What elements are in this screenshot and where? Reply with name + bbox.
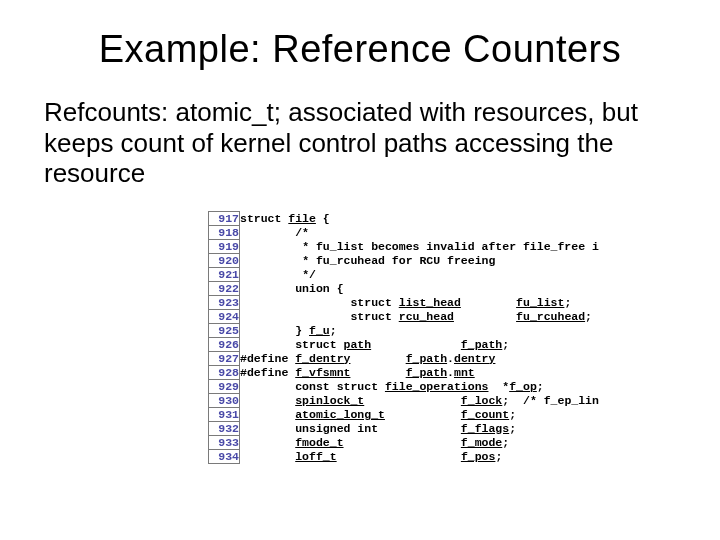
code-table: 917struct file {918 /*919 * fu_list beco… bbox=[208, 211, 600, 464]
code-content: #define f_dentry f_path.dentry bbox=[240, 352, 600, 366]
code-content: struct path f_path; bbox=[240, 338, 600, 352]
code-content: atomic_long_t f_count; bbox=[240, 408, 600, 422]
line-number: 931 bbox=[209, 408, 240, 422]
slide-body: Refcounts: atomic_t; associated with res… bbox=[44, 97, 676, 189]
line-number: 922 bbox=[209, 282, 240, 296]
code-content: struct file { bbox=[240, 212, 600, 226]
line-number: 934 bbox=[209, 450, 240, 464]
code-line: 927#define f_dentry f_path.dentry bbox=[209, 352, 600, 366]
code-line: 926 struct path f_path; bbox=[209, 338, 600, 352]
code-line: 929 const struct file_operations *f_op; bbox=[209, 380, 600, 394]
code-content: } f_u; bbox=[240, 324, 600, 338]
code-block: 917struct file {918 /*919 * fu_list beco… bbox=[208, 211, 720, 464]
code-content: spinlock_t f_lock; /* f_ep_lin bbox=[240, 394, 600, 408]
code-line: 923 struct list_head fu_list; bbox=[209, 296, 600, 310]
code-content: union { bbox=[240, 282, 600, 296]
code-content: unsigned int f_flags; bbox=[240, 422, 600, 436]
line-number: 924 bbox=[209, 310, 240, 324]
line-number: 932 bbox=[209, 422, 240, 436]
code-line: 925 } f_u; bbox=[209, 324, 600, 338]
line-number: 919 bbox=[209, 240, 240, 254]
line-number: 923 bbox=[209, 296, 240, 310]
line-number: 925 bbox=[209, 324, 240, 338]
slide-title: Example: Reference Counters bbox=[0, 28, 720, 71]
line-number: 930 bbox=[209, 394, 240, 408]
line-number: 927 bbox=[209, 352, 240, 366]
code-content: */ bbox=[240, 268, 600, 282]
code-content: * fu_rcuhead for RCU freeing bbox=[240, 254, 600, 268]
code-content: /* bbox=[240, 226, 600, 240]
code-content: fmode_t f_mode; bbox=[240, 436, 600, 450]
code-line: 931 atomic_long_t f_count; bbox=[209, 408, 600, 422]
code-content: struct rcu_head fu_rcuhead; bbox=[240, 310, 600, 324]
line-number: 921 bbox=[209, 268, 240, 282]
line-number: 926 bbox=[209, 338, 240, 352]
code-content: loff_t f_pos; bbox=[240, 450, 600, 464]
line-number: 928 bbox=[209, 366, 240, 380]
code-line: 920 * fu_rcuhead for RCU freeing bbox=[209, 254, 600, 268]
line-number: 929 bbox=[209, 380, 240, 394]
code-line: 922 union { bbox=[209, 282, 600, 296]
code-line: 928#define f_vfsmnt f_path.mnt bbox=[209, 366, 600, 380]
code-line: 917struct file { bbox=[209, 212, 600, 226]
code-line: 933 fmode_t f_mode; bbox=[209, 436, 600, 450]
line-number: 920 bbox=[209, 254, 240, 268]
code-line: 932 unsigned int f_flags; bbox=[209, 422, 600, 436]
code-content: struct list_head fu_list; bbox=[240, 296, 600, 310]
code-line: 924 struct rcu_head fu_rcuhead; bbox=[209, 310, 600, 324]
code-content: const struct file_operations *f_op; bbox=[240, 380, 600, 394]
code-line: 921 */ bbox=[209, 268, 600, 282]
line-number: 918 bbox=[209, 226, 240, 240]
line-number: 917 bbox=[209, 212, 240, 226]
code-content: * fu_list becomes invalid after file_fre… bbox=[240, 240, 600, 254]
code-line: 930 spinlock_t f_lock; /* f_ep_lin bbox=[209, 394, 600, 408]
code-line: 919 * fu_list becomes invalid after file… bbox=[209, 240, 600, 254]
code-line: 934 loff_t f_pos; bbox=[209, 450, 600, 464]
code-content: #define f_vfsmnt f_path.mnt bbox=[240, 366, 600, 380]
line-number: 933 bbox=[209, 436, 240, 450]
code-line: 918 /* bbox=[209, 226, 600, 240]
